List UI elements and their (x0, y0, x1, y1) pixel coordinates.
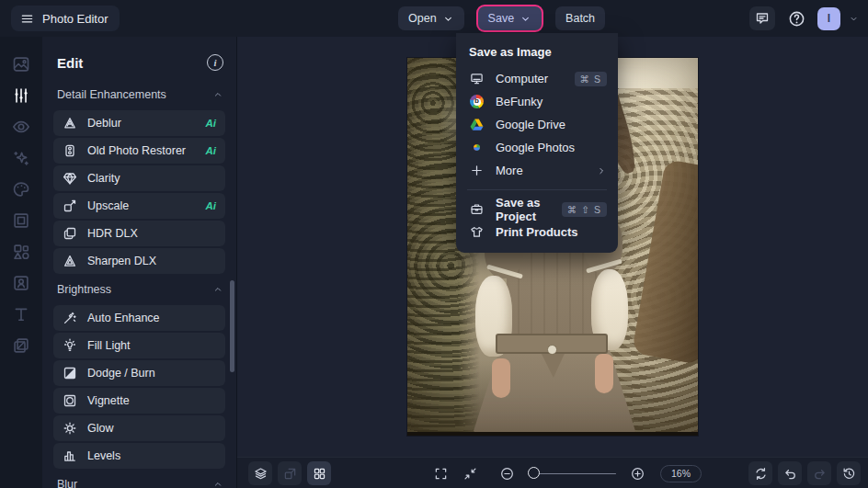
tool-old-photo-restorer[interactable]: Old Photo RestorerAi (53, 138, 225, 164)
menu-divider (467, 189, 607, 190)
info-icon[interactable]: i (207, 54, 223, 71)
tool-clarity[interactable]: Clarity (53, 165, 225, 191)
menu-item-google-photos[interactable]: Google Photos (456, 136, 618, 159)
tool-label: Upscale (87, 199, 206, 212)
fullscreen-button[interactable] (428, 461, 452, 485)
chevron-down-icon (442, 13, 454, 25)
tool-vignette[interactable]: Vignette (53, 388, 225, 414)
menu-item-computer[interactable]: Computer⌘ S (456, 67, 618, 90)
redo-button[interactable] (807, 461, 831, 485)
vignette-icon (63, 393, 77, 408)
edit-panel: Edit i Detail EnhancementsDeblurAiOld Ph… (42, 37, 237, 488)
save-button[interactable]: Save (478, 6, 542, 30)
reset-icon (754, 467, 768, 481)
rail-item-effects[interactable] (0, 142, 42, 174)
photo-editor-app: Photo Editor Open Save Batch I (0, 0, 868, 488)
tool-deblur[interactable]: DeblurAi (53, 110, 225, 136)
menu-item-label: Google Photos (496, 141, 607, 154)
plus-icon (470, 164, 484, 177)
menu-item-befunky[interactable]: bBeFunky (456, 90, 618, 113)
batch-button[interactable]: Batch (555, 6, 605, 30)
zoom-in-button[interactable] (625, 461, 649, 485)
zoom-slider-handle[interactable] (528, 467, 540, 479)
tool-auto-enhance[interactable]: Auto Enhance (53, 305, 225, 331)
rail-item-frames[interactable] (0, 205, 42, 236)
menu-item-print-products[interactable]: Print Products (456, 221, 618, 244)
section-header-brightness[interactable]: Brightness (57, 281, 223, 298)
zoom-level-badge[interactable]: 16% (660, 465, 702, 482)
app-title: Photo Editor (42, 12, 108, 26)
layers-button[interactable] (248, 461, 272, 485)
rail-item-edit[interactable] (0, 80, 42, 111)
tool-label: Old Photo Restorer (87, 144, 206, 157)
minus-circle-icon (500, 467, 514, 481)
rail-item-text[interactable] (0, 299, 42, 330)
frame-icon (12, 211, 30, 230)
menu-item-label: Computer (496, 72, 575, 85)
section-header-detail-enhancements[interactable]: Detail Enhancements (57, 86, 223, 103)
rail-item-artsy[interactable] (0, 174, 42, 205)
chevron-down-icon (442, 13, 454, 25)
shortcut-badge: ⌘ S (575, 72, 607, 86)
rail-item-overlays[interactable] (0, 267, 42, 299)
tool-label: Fill Light (87, 339, 216, 352)
text-icon (12, 305, 30, 323)
texture-icon (12, 336, 30, 355)
computer-icon (470, 72, 484, 85)
reset-button[interactable] (748, 461, 772, 485)
tool-label: Sharpen DLX (87, 255, 216, 267)
menu-item-more[interactable]: More (456, 159, 618, 182)
bulb-icon (63, 338, 77, 353)
open-button[interactable]: Open (398, 6, 464, 30)
tool-dodge-burn[interactable]: Dodge / Burn (53, 360, 225, 386)
save-menu-header: Save as Image (456, 37, 618, 67)
zoom-out-button[interactable] (495, 461, 519, 485)
tool-levels[interactable]: Levels (53, 443, 225, 469)
redo-icon (813, 467, 827, 481)
rail-item-graphics[interactable] (0, 236, 42, 267)
tshirt-icon (470, 225, 484, 239)
ai-badge: Ai (206, 200, 217, 211)
tool-hdr-dlx[interactable]: HDR DLX (53, 221, 225, 246)
tool-sharpen-dlx[interactable]: Sharpen DLX (53, 248, 225, 274)
resize-button[interactable] (278, 461, 302, 485)
clarity-icon (63, 171, 77, 186)
fit-screen-button[interactable] (458, 461, 482, 485)
account-chevron-icon[interactable] (849, 14, 859, 24)
chevron-up-icon (212, 89, 223, 100)
undo-button[interactable] (778, 461, 802, 485)
tool-glow[interactable]: Glow (53, 415, 225, 441)
app-menu-button[interactable]: Photo Editor (11, 6, 120, 31)
tool-label: Glow (87, 422, 216, 435)
sharpen-icon (63, 254, 77, 268)
tool-label: Levels (87, 449, 216, 462)
tool-rail (0, 37, 42, 488)
shortcut-badge: ⌘ ⇧ S (562, 202, 607, 217)
menu-item-save-as-project[interactable]: Save as Project⌘ ⇧ S (456, 198, 618, 221)
hdr-icon (63, 226, 77, 241)
panel-title: Edit (57, 55, 83, 71)
menu-item-label: Google Drive (496, 118, 607, 131)
tool-upscale[interactable]: UpscaleAi (53, 193, 225, 219)
history-button[interactable] (837, 461, 861, 485)
zoom-slider[interactable] (528, 461, 616, 485)
feedback-button[interactable] (749, 6, 775, 30)
avatar[interactable]: I (817, 7, 840, 30)
menu-item-google-drive[interactable]: Google Drive (456, 113, 618, 136)
rail-item-touch-up[interactable] (0, 111, 42, 142)
tool-fill-light[interactable]: Fill Light (53, 333, 225, 358)
grid-view-button[interactable] (307, 461, 331, 485)
panel-scrollbar[interactable] (230, 280, 234, 372)
menu-item-label: More (496, 164, 596, 177)
old-photo-icon (63, 143, 77, 158)
upscale-icon (63, 199, 77, 213)
fit-icon (463, 467, 477, 481)
menu-item-label: Print Products (496, 225, 607, 239)
help-icon (788, 10, 805, 28)
chevron-right-icon (596, 165, 607, 176)
rail-item-image-manager[interactable] (0, 49, 42, 80)
help-button[interactable] (783, 6, 809, 30)
section-header-blur[interactable]: Blur (57, 476, 223, 488)
save-menu: Save as Image Computer⌘ SbBeFunkyGoogle … (456, 33, 618, 253)
rail-item-textures[interactable] (0, 330, 42, 361)
